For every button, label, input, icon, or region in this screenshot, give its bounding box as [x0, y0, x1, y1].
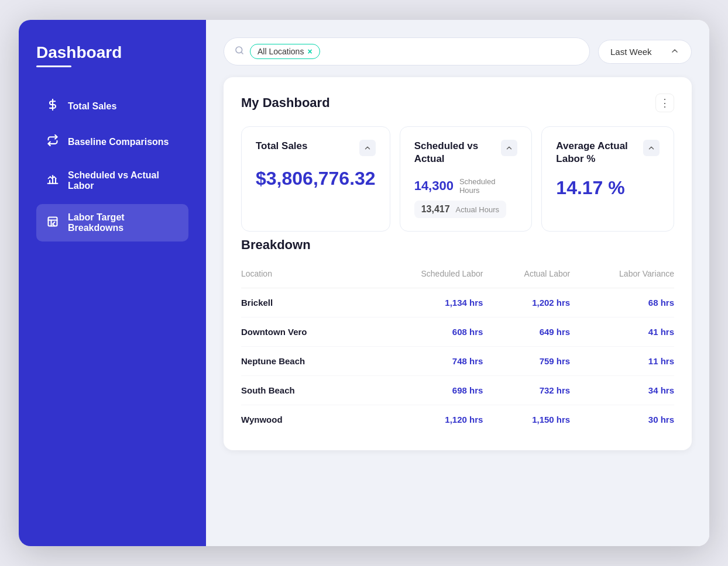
col-header-actual: Actual Labor	[483, 264, 570, 288]
expand-total-sales-button[interactable]	[359, 140, 376, 156]
cell-actual-1: 649 hrs	[483, 317, 570, 347]
table-row: Downtown Vero 608 hrs 649 hrs 41 hrs	[241, 317, 674, 347]
metric-card-scheduled: Scheduled vs Actual 14,300 Scheduled Hou…	[400, 126, 533, 232]
dashboard-header: My Dashboard ⋮	[241, 94, 674, 112]
col-header-variance: Labor Variance	[570, 264, 674, 288]
cell-scheduled-2: 748 hrs	[366, 347, 483, 376]
cell-variance-2: 11 hrs	[570, 347, 674, 376]
filter-chip-label: All Locations	[257, 47, 304, 56]
expand-avg-labor-button[interactable]	[643, 140, 660, 156]
cell-actual-0: 1,202 hrs	[483, 288, 570, 317]
metric-card-title-scheduled: Scheduled vs Actual	[414, 140, 497, 165]
cell-scheduled-1: 608 hrs	[366, 317, 483, 347]
sidebar-title: Dashboard	[36, 43, 188, 62]
more-options-button[interactable]: ⋮	[655, 94, 674, 112]
nav-items: Total Sales Baseline Comparisons	[36, 91, 188, 241]
header: All Locations × Last Week	[224, 37, 692, 65]
metric-card-avg-labor: Average Actual Labor % 14.17 %	[541, 126, 674, 232]
table-row: South Beach 698 hrs 732 hrs 34 hrs	[241, 376, 674, 405]
table-row: Neptune Beach 748 hrs 759 hrs 11 hrs	[241, 347, 674, 376]
avg-labor-value: 14.17 %	[556, 177, 660, 199]
dollar-icon	[46, 99, 60, 113]
metric-card-header-scheduled: Scheduled vs Actual	[414, 140, 518, 165]
col-header-location: Location	[241, 264, 366, 288]
cell-location-0: Brickell	[241, 288, 366, 317]
cell-actual-2: 759 hrs	[483, 347, 570, 376]
filter-chip-close[interactable]: ×	[307, 47, 312, 56]
main-content: All Locations × Last Week My Dashboard ⋮	[206, 20, 709, 546]
scheduled-hours-label: Scheduled Hours	[459, 177, 517, 195]
sidebar-item-baseline[interactable]: Baseline Comparisons	[36, 126, 188, 157]
total-sales-value: $3,806,776.32	[256, 168, 376, 189]
cell-scheduled-0: 1,134 hrs	[366, 288, 483, 317]
date-filter-label: Last Week	[610, 47, 652, 57]
sidebar-item-labor-target[interactable]: Labor Target Breakdowns	[36, 204, 188, 241]
sidebar-title-underline	[36, 65, 71, 67]
breakdown-title: Breakdown	[241, 237, 674, 253]
breakdown-section: Breakdown Location Scheduled Labor Actua…	[241, 237, 674, 434]
cell-variance-0: 68 hrs	[570, 288, 674, 317]
cell-location-3: South Beach	[241, 376, 366, 405]
svg-line-9	[241, 52, 243, 54]
chevron-up-icon	[670, 46, 679, 57]
cell-location-1: Downtown Vero	[241, 317, 366, 347]
sidebar-item-label-labor-target: Labor Target Breakdowns	[68, 212, 179, 233]
metric-card-title-total-sales: Total Sales	[256, 140, 308, 153]
table-row: Wynwood 1,120 hrs 1,150 hrs 30 hrs	[241, 405, 674, 434]
table-row: Brickell 1,134 hrs 1,202 hrs 68 hrs	[241, 288, 674, 317]
cell-location-4: Wynwood	[241, 405, 366, 434]
actual-hours-label: Actual Hours	[456, 205, 499, 214]
search-icon	[235, 46, 244, 57]
sidebar: Dashboard Total Sales	[19, 20, 206, 546]
search-bar[interactable]: All Locations ×	[224, 37, 590, 65]
sidebar-item-label-scheduled: Scheduled vs Actual Labor	[68, 170, 179, 191]
metric-cards: Total Sales $3,806,776.32 Scheduled vs A…	[241, 126, 674, 232]
cell-actual-3: 732 hrs	[483, 376, 570, 405]
date-filter[interactable]: Last Week	[598, 40, 692, 64]
app-container: Dashboard Total Sales	[19, 20, 709, 546]
cell-location-2: Neptune Beach	[241, 347, 366, 376]
sidebar-item-label-total-sales: Total Sales	[68, 101, 116, 112]
compare-icon	[46, 134, 60, 149]
sidebar-item-scheduled[interactable]: Scheduled vs Actual Labor	[36, 162, 188, 199]
cell-variance-4: 30 hrs	[570, 405, 674, 434]
actual-hours-row: 13,417 Actual Hours	[414, 201, 506, 218]
scheduled-hours-row: 14,300 Scheduled Hours	[414, 177, 518, 195]
target-icon	[46, 216, 60, 230]
metric-card-title-avg-labor: Average Actual Labor %	[556, 140, 638, 165]
scheduled-hours-value: 14,300	[414, 178, 454, 194]
cell-variance-3: 34 hrs	[570, 376, 674, 405]
expand-scheduled-button[interactable]	[501, 140, 517, 156]
dashboard-title: My Dashboard	[241, 95, 330, 111]
metric-card-header-avg-labor: Average Actual Labor %	[556, 140, 660, 165]
sidebar-item-label-baseline: Baseline Comparisons	[68, 137, 169, 147]
breakdown-table: Location Scheduled Labor Actual Labor La…	[241, 264, 674, 434]
breakdown-table-header-row: Location Scheduled Labor Actual Labor La…	[241, 264, 674, 288]
location-filter-chip[interactable]: All Locations ×	[250, 44, 320, 59]
col-header-scheduled: Scheduled Labor	[366, 264, 483, 288]
actual-hours-value: 13,417	[421, 204, 450, 215]
chart-icon	[46, 174, 60, 188]
metric-card-total-sales: Total Sales $3,806,776.32	[241, 126, 390, 232]
metric-card-header-total-sales: Total Sales	[256, 140, 376, 156]
sidebar-item-total-sales[interactable]: Total Sales	[36, 91, 188, 122]
cell-scheduled-3: 698 hrs	[366, 376, 483, 405]
dashboard-card: My Dashboard ⋮ Total Sales $3,806,7	[224, 77, 692, 450]
cell-scheduled-4: 1,120 hrs	[366, 405, 483, 434]
cell-actual-4: 1,150 hrs	[483, 405, 570, 434]
cell-variance-1: 41 hrs	[570, 317, 674, 347]
